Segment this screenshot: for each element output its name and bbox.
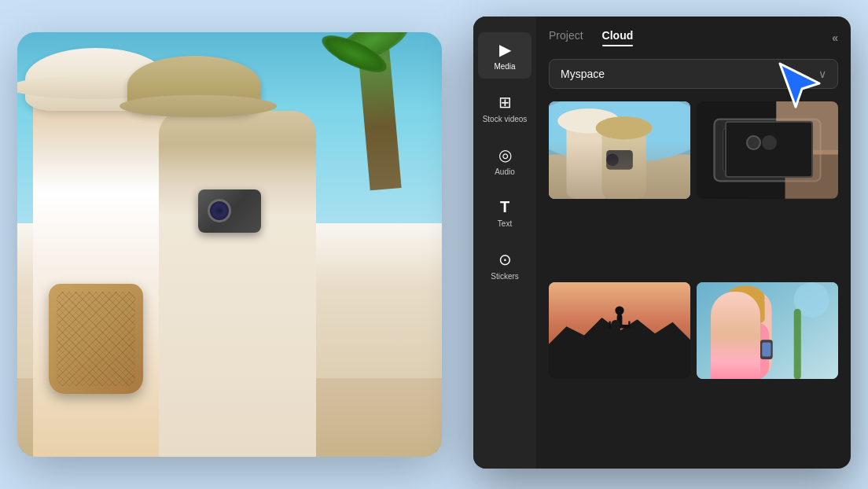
svg-point-31 [726,285,765,311]
sidebar-item-stock-videos[interactable]: ⊞ Stock videos [478,85,531,131]
hat-brim-right [120,95,277,117]
sidebar-item-text-label: Text [498,219,512,228]
stickers-icon: ⊙ [498,250,512,269]
svg-rect-10 [715,119,821,182]
audio-icon: ◎ [498,145,512,164]
sidebar: ▶ Media ⊞ Stock videos ◎ Audio T Text ⊙ … [473,17,536,469]
svg-rect-22 [617,314,623,327]
svg-rect-33 [756,298,764,323]
media-icon: ▶ [499,40,511,59]
stock-videos-icon: ⊞ [498,93,512,112]
media-thumb-3[interactable] [549,282,690,380]
tab-project[interactable]: Project [549,29,583,46]
sidebar-item-media-label: Media [494,62,515,71]
sidebar-item-audio[interactable]: ◎ Audio [478,138,531,184]
tab-cloud[interactable]: Cloud [602,29,634,46]
sidebar-item-stock-videos-label: Stock videos [483,115,528,123]
photo-scene [17,32,442,457]
tabs: Project Cloud « [549,29,838,46]
bag-weave [57,292,135,386]
camera [198,189,261,233]
media-thumb-1[interactable] [549,101,690,199]
sidebar-item-stickers[interactable]: ⊙ Stickers [478,242,531,289]
sidebar-item-stickers-label: Stickers [491,272,519,281]
bag [49,284,143,394]
svg-rect-1 [549,155,690,199]
svg-rect-35 [762,342,771,356]
photo-card [17,32,442,457]
svg-rect-18 [785,150,839,199]
sidebar-item-audio-label: Audio [495,167,515,176]
collapse-button[interactable]: « [832,31,838,44]
svg-point-13 [744,145,752,154]
svg-rect-7 [606,150,633,170]
svg-rect-11 [723,128,812,172]
cursor-arrow-icon [772,56,827,111]
media-thumb-2[interactable] [697,101,838,199]
scene-wrapper: ▶ Media ⊞ Stock videos ◎ Audio T Text ⊙ … [17,17,851,472]
svg-rect-21 [611,325,629,329]
svg-point-15 [782,145,791,154]
svg-point-6 [596,116,653,139]
svg-rect-26 [619,321,620,328]
text-icon: T [500,198,509,216]
svg-rect-24 [609,321,611,328]
sidebar-item-media[interactable]: ▶ Media [478,32,531,79]
media-grid [549,101,838,456]
camera-lens [208,199,231,222]
media-thumb-4[interactable] [697,282,838,380]
svg-point-14 [776,139,797,160]
svg-point-12 [737,139,759,160]
svg-marker-38 [780,64,819,107]
svg-rect-25 [628,321,630,328]
svg-rect-16 [757,144,778,156]
dropdown-label: Myspace [561,68,605,80]
svg-rect-37 [794,308,801,379]
sidebar-item-text[interactable]: T Text [478,190,531,236]
svg-rect-32 [726,298,734,325]
figure-right [159,111,316,457]
svg-point-23 [615,306,623,314]
svg-point-8 [606,153,619,166]
